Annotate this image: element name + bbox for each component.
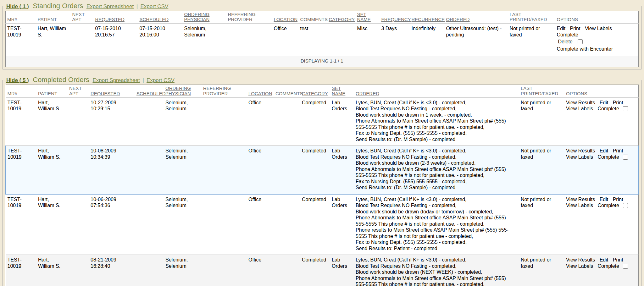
standing-orders-table: MR# PATIENT NEXT APT REQUESTED SCHEDULED… [5, 11, 639, 67]
cell-set-name: Lab Orders [330, 194, 354, 255]
cell-ordering-physician: Selenium, Selenium [183, 24, 226, 56]
completed-order-row: TEST-10019 Hart, William S. 08-21-2009 1… [6, 255, 638, 286]
complete-checkbox[interactable] [623, 264, 628, 269]
col-header-recurrence[interactable]: RECURRENCE [410, 11, 445, 24]
view-results-link[interactable]: View Results [566, 100, 595, 105]
cell-ordered: Lytes, BUN, Creat (Call if K+ is <3.0) -… [354, 146, 519, 194]
view-labels-link[interactable]: View Labels [566, 203, 593, 208]
col-header-next-apt: NEXT APT [68, 85, 89, 97]
col-header-requested[interactable]: REQUESTED [89, 85, 135, 97]
cell-last-printed-faxed: Not printed or faxed [519, 255, 564, 286]
col-header-category[interactable]: CATEGORY [327, 11, 356, 24]
complete-with-encounter-link[interactable]: Complete with Encounter [557, 46, 613, 52]
complete-link[interactable]: Complete [557, 32, 578, 37]
col-header-last-printed-faxed: LAST PRINTED/FAXED [508, 11, 555, 24]
cell-comments [274, 255, 300, 286]
col-header-category[interactable]: CATEGORY [300, 85, 330, 97]
view-labels-link[interactable]: View Labels [585, 26, 612, 31]
ordered-item: Phone results to Main Street office ASAP… [356, 227, 517, 239]
view-results-link[interactable]: View Results [566, 197, 595, 202]
standing-export-spreadsheet-link[interactable]: Export Spreadsheet [86, 3, 134, 9]
edit-link[interactable]: Edit [600, 197, 608, 202]
cell-requested: 10-06-2009 07:54:36 [89, 194, 135, 255]
completed-export-csv-link[interactable]: Export CSV [147, 77, 175, 83]
complete-checkbox[interactable] [623, 155, 628, 160]
cell-mr: TEST-10019 [6, 24, 36, 56]
standing-orders-legend: Hide ( 1 ) Standing Orders Export Spread… [5, 2, 170, 10]
ordered-item: Phone Abnormals to Main Street office AS… [356, 166, 517, 179]
col-header-scheduled[interactable]: SCHEDULED [138, 11, 183, 24]
col-header-ordering-physician[interactable]: ORDERING PHYSICIAN [183, 11, 226, 24]
ordered-item: Lytes, BUN, Creat (Call if K+ is <3.0) -… [356, 196, 517, 203]
complete-checkbox[interactable] [623, 203, 628, 208]
print-link[interactable]: Print [613, 197, 623, 202]
col-header-ordered[interactable]: ORDERED [354, 85, 519, 97]
cell-referring-provider [226, 24, 272, 56]
delete-link[interactable]: Delete [558, 39, 573, 44]
edit-link[interactable]: Edit [600, 148, 608, 153]
standing-export-csv-link[interactable]: Export CSV [141, 3, 169, 9]
ordered-item: Lytes, BUN, Creat (Call if K+ is <3.0) -… [356, 100, 517, 106]
view-labels-link[interactable]: View Labels [566, 154, 593, 160]
print-link[interactable]: Print [570, 26, 580, 31]
print-link[interactable]: Print [613, 148, 623, 153]
view-results-link[interactable]: View Results [566, 257, 595, 262]
view-results-link[interactable]: View Results [566, 148, 595, 153]
col-header-mr: MR# [6, 11, 36, 24]
cell-next-apt [71, 24, 94, 56]
complete-link[interactable]: Complete [597, 106, 619, 111]
cell-location: Office [247, 255, 274, 286]
cell-options: View Results Edit Print View Labels Comp… [564, 255, 638, 286]
cell-set-name: Lab Orders [330, 255, 354, 286]
col-header-patient: PATIENT [36, 11, 71, 24]
cell-requested: 10-27-2009 10:29:15 [89, 97, 135, 146]
complete-link[interactable]: Complete [597, 203, 619, 208]
cell-referring-provider [202, 146, 247, 194]
cell-next-apt [68, 97, 89, 146]
view-labels-link[interactable]: View Labels [566, 263, 593, 269]
ordered-item: Blood Test Requires NO Fasting - complet… [356, 106, 517, 112]
view-labels-link[interactable]: View Labels [566, 106, 593, 111]
edit-link[interactable]: Edit [600, 100, 608, 105]
edit-link[interactable]: Edit [600, 257, 608, 262]
col-header-ordered[interactable]: ORDERED [445, 11, 508, 24]
cell-scheduled [135, 146, 164, 194]
col-header-scheduled[interactable]: SCHEDULED [135, 85, 164, 97]
completed-orders-legend: Hide ( 5 ) Completed Orders Export Sprea… [5, 76, 176, 84]
col-header-frequency[interactable]: FREQUENCY [380, 11, 410, 24]
cell-patient: Hart, William S. [36, 194, 68, 255]
col-header-location[interactable]: LOCATION [272, 11, 299, 24]
completed-export-divider: | [142, 77, 144, 83]
col-header-location[interactable]: LOCATION [247, 85, 274, 97]
ordered-item: Blood Test Requires NO Fasting - complet… [356, 154, 517, 160]
cell-scheduled [135, 97, 164, 146]
complete-checkbox[interactable] [623, 106, 628, 111]
standing-header-row: MR# PATIENT NEXT APT REQUESTED SCHEDULED… [6, 11, 639, 24]
cell-comments [274, 194, 300, 255]
cell-ordering-physician: Selenium, Selenium [164, 194, 202, 255]
edit-link[interactable]: Edit [557, 26, 566, 31]
standing-hide-link[interactable]: Hide ( 1 ) [6, 3, 29, 9]
cell-set-name: Lab Orders [330, 97, 354, 146]
col-header-requested[interactable]: REQUESTED [94, 11, 138, 24]
complete-with-encounter-checkbox[interactable] [578, 39, 583, 44]
cell-comments: test [299, 24, 327, 56]
complete-link[interactable]: Complete [597, 263, 619, 269]
ordered-item: Lytes, BUN, Creat (Call if K+ is <3.0) -… [356, 148, 517, 154]
ordered-item: Lytes, BUN, Creat (Call if K+ is <3.0) -… [356, 257, 517, 263]
cell-location: Office [272, 24, 299, 56]
completed-hide-link[interactable]: Hide ( 5 ) [6, 77, 29, 83]
completed-export-spreadsheet-link[interactable]: Export Spreadsheet [92, 77, 140, 83]
print-link[interactable]: Print [613, 257, 623, 262]
col-header-set-name[interactable]: SET NAME [356, 11, 380, 24]
cell-location: Office [247, 194, 274, 255]
cell-ordering-physician: Selenium, Selenium [164, 255, 202, 286]
standing-footer-row: DISPLAYING 1-1 / 1 [6, 56, 639, 67]
cell-patient: Hart, William S. [36, 255, 68, 286]
print-link[interactable]: Print [613, 100, 623, 105]
col-header-set-name[interactable]: SET NAME [330, 85, 354, 97]
complete-link[interactable]: Complete [597, 154, 619, 160]
completed-order-row: TEST-10019 Hart, William S. 10-27-2009 1… [6, 97, 638, 146]
completed-header-row: MR# PATIENT NEXT APT REQUESTED SCHEDULED… [6, 85, 638, 97]
col-header-ordering-physician[interactable]: ORDERING PHYSICIAN [164, 85, 202, 97]
